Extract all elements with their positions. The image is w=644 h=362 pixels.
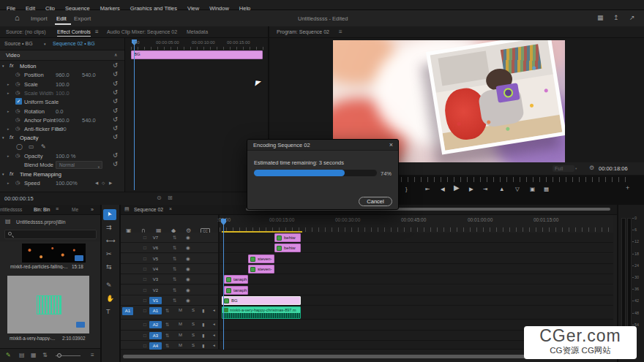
ec-value[interactable]: 100.00% <box>56 180 78 186</box>
fx-badge[interactable]: fx <box>10 171 13 176</box>
timeline-video-clip[interactable]: steven- <box>248 265 274 274</box>
pen-tool-icon[interactable]: ✎ <box>106 282 112 289</box>
track-name-badge[interactable]: A2 <box>149 321 162 328</box>
tab-program[interactable]: Program: Sequence 02 <box>277 29 329 34</box>
track-lock-icon[interactable]: □ <box>143 298 146 303</box>
zoom-slider-knob[interactable] <box>57 353 61 358</box>
icon-view-icon[interactable]: ▦ <box>31 352 37 358</box>
ec-value[interactable]: 960.0 <box>56 72 70 78</box>
panel-options-icon[interactable]: ≡ <box>91 352 94 358</box>
collapse-track-icon[interactable]: ◂ <box>213 322 215 326</box>
track-name-badge[interactable]: V3 <box>149 276 162 283</box>
reset-parameter-icon[interactable]: ↺ <box>113 71 118 78</box>
pen-mask-icon[interactable]: ✎ <box>41 143 46 150</box>
track-lane-v3[interactable] <box>220 274 613 284</box>
timeline-video-clip[interactable]: steven- <box>248 254 274 263</box>
go-to-out-icon[interactable]: ⇥ <box>483 186 487 192</box>
cancel-button[interactable]: Cancel <box>359 197 392 206</box>
twirl-open-icon[interactable]: ▾ <box>2 172 4 176</box>
header-tab-import[interactable]: Import <box>31 15 48 22</box>
reset-parameter-icon[interactable]: ↺ <box>113 62 118 69</box>
tab-metadata[interactable]: Metadata <box>187 29 208 34</box>
track-output-eye-icon[interactable]: ◉ <box>186 276 190 282</box>
maximize-icon[interactable]: ↗ <box>629 14 635 21</box>
collapse-track-icon[interactable]: ◂ <box>213 308 215 312</box>
reset-parameter-icon[interactable]: ↺ <box>113 89 118 96</box>
ec-timecode[interactable]: 00:00:00:15 <box>4 195 34 202</box>
twirl-closed-icon[interactable]: ▸ <box>7 127 10 131</box>
sync-lock-icon[interactable]: ⇅ <box>173 256 176 262</box>
ec-clip-bar[interactable]: BG <box>131 50 263 59</box>
timeline-video-clip[interactable]: BG <box>222 296 301 305</box>
track-lock-icon[interactable]: □ <box>143 235 146 240</box>
sync-lock-icon[interactable]: ⇅ <box>173 235 176 241</box>
sync-lock-icon[interactable]: ⇅ <box>173 287 176 293</box>
collapse-track-icon[interactable]: ◂ <box>213 333 215 337</box>
sync-lock-icon[interactable]: ⇅ <box>173 276 176 282</box>
breadcrumb[interactable]: Untitledssss.prproj\Bin <box>16 219 66 225</box>
panel-menu-icon[interactable]: ▤ <box>124 206 130 212</box>
blend-mode-select[interactable]: Normal▾ <box>56 161 102 169</box>
ec-value[interactable]: 0.0 <box>56 108 63 115</box>
comparison-view-icon[interactable]: ▦ <box>544 186 549 192</box>
panel-menu-icon[interactable]: ≡ <box>95 29 99 35</box>
sync-lock-icon[interactable]: ⇅ <box>165 343 169 349</box>
reset-parameter-icon[interactable]: ↺ <box>113 125 118 132</box>
project-item-thumb-video[interactable] <box>22 244 86 263</box>
ec-clip-selector[interactable]: Sequence 02 • BG <box>53 41 95 46</box>
panel-menu-icon[interactable]: ≡ <box>339 29 342 35</box>
solo-button[interactable]: S <box>192 308 195 312</box>
track-output-eye-icon[interactable]: ◉ <box>186 266 190 272</box>
track-output-eye-icon[interactable]: ◉ <box>186 245 190 251</box>
mute-button[interactable]: M <box>179 333 182 337</box>
ellipse-mask-icon[interactable]: ◯ <box>16 143 23 150</box>
timeline-video-clip[interactable]: tanaph <box>224 275 248 284</box>
sync-lock-icon[interactable]: ⇅ <box>165 322 169 328</box>
track-lock-icon[interactable]: □ <box>143 245 146 250</box>
stopwatch-icon[interactable]: ◷ <box>15 72 20 78</box>
razor-tool-icon[interactable]: ✂ <box>106 250 112 257</box>
add-keyframe-icon[interactable]: ◇ <box>102 181 105 185</box>
ec-video-section-row[interactable]: Video ∧ <box>0 50 124 61</box>
track-name-badge[interactable]: V5 <box>149 255 162 263</box>
chevron-down-icon[interactable]: ▾ <box>44 42 46 46</box>
solo-button[interactable]: S <box>192 343 195 347</box>
track-name-badge[interactable]: A1 <box>149 307 162 314</box>
reset-parameter-icon[interactable]: ↺ <box>113 134 118 140</box>
reset-parameter-icon[interactable]: ↺ <box>113 80 118 87</box>
panel-menu-icon[interactable]: ≡ <box>56 206 59 211</box>
sync-lock-icon[interactable]: ⇅ <box>173 298 176 303</box>
home-icon[interactable]: ⌂ <box>15 13 20 22</box>
edit-readout-icon[interactable]: ✎ <box>6 352 11 358</box>
ec-zoom-fit-icon[interactable]: ⊙ <box>157 195 162 201</box>
track-output-eye-icon[interactable]: ◉ <box>186 287 190 293</box>
twirl-closed-icon[interactable]: ▸ <box>7 82 10 86</box>
close-icon[interactable]: × <box>389 141 393 148</box>
track-select-forward-tool-icon[interactable]: ⇉ <box>106 224 112 231</box>
quick-export-icon[interactable]: ↥ <box>613 14 619 21</box>
stopwatch-icon[interactable]: ◷ <box>15 180 20 186</box>
solo-button[interactable]: S <box>192 333 195 337</box>
dialog-titlebar[interactable]: Encoding Sequence 02 × <box>247 140 398 151</box>
collapse-track-icon[interactable]: ◂ <box>213 343 215 347</box>
ec-value[interactable]: 100.0 <box>56 81 70 88</box>
stopwatch-icon[interactable]: ◷ <box>15 126 20 132</box>
sync-lock-icon[interactable]: ⇅ <box>165 308 169 314</box>
twirl-closed-icon[interactable]: ▸ <box>7 154 10 158</box>
stopwatch-icon[interactable]: ◷ <box>15 117 20 123</box>
ec-value[interactable]: 540.0 <box>82 72 96 78</box>
stopwatch-icon[interactable]: ◷ <box>15 108 20 114</box>
collapse-icon[interactable]: ∧ <box>114 52 117 57</box>
mic-record-icon[interactable]: ▮ <box>202 343 204 348</box>
track-lane-v5[interactable] <box>220 254 613 264</box>
track-lock-icon[interactable]: □ <box>143 276 146 282</box>
project-item-thumb-audio[interactable] <box>7 276 89 333</box>
tab-effect-controls[interactable]: Effect Controls <box>57 29 91 34</box>
stopwatch-icon[interactable]: ◷ <box>15 153 20 159</box>
search-input[interactable] <box>4 230 97 239</box>
twirl-closed-icon[interactable]: ▸ <box>7 91 10 95</box>
sync-lock-icon[interactable]: ⇅ <box>165 333 169 339</box>
timeline-video-clip[interactable]: tanaph <box>224 286 248 295</box>
track-name-badge[interactable]: V4 <box>149 265 162 273</box>
twirl-closed-icon[interactable]: ▸ <box>7 109 10 113</box>
